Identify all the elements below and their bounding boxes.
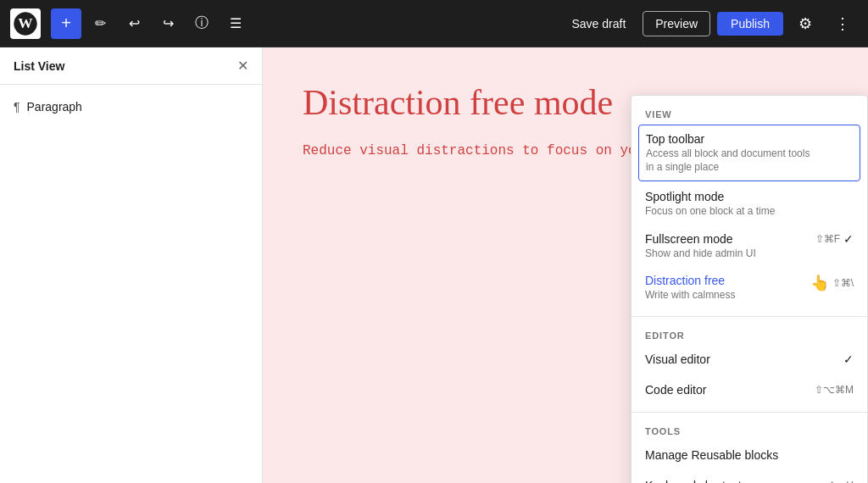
distraction-free-desc: Write with calmness (645, 289, 800, 303)
list-view-icon: ☰ (230, 15, 242, 31)
fullscreen-content: Fullscreen mode Show and hide admin UI (645, 232, 809, 261)
undo-button[interactable]: ↩ (119, 8, 149, 39)
add-block-button[interactable]: + (51, 8, 81, 39)
manage-reusable-title: Manage Reusable blocks (645, 448, 778, 462)
code-editor-shortcut: ⇧⌥⌘M (815, 384, 854, 396)
save-draft-button[interactable]: Save draft (561, 12, 636, 36)
sidebar-title: List View (14, 59, 64, 73)
fullscreen-mode-menu-item[interactable]: Fullscreen mode Show and hide admin UI ⇧… (632, 225, 867, 268)
fullscreen-desc: Show and hide admin UI (645, 247, 809, 261)
code-editor-title: Code editor (645, 383, 706, 397)
top-toolbar-content: Top toolbar Access all block and documen… (646, 132, 853, 174)
gear-icon: ⚙ (798, 14, 812, 33)
editor-section: EDITOR Visual editor ✓ Code editor ⇧⌥⌘M (632, 317, 867, 413)
keyboard-shortcuts-menu-item[interactable]: Keyboard shortcuts ^⌥H (632, 470, 867, 483)
visual-editor-check: ✓ (843, 353, 854, 366)
code-editor-menu-item[interactable]: Code editor ⇧⌥⌘M (632, 375, 867, 405)
sidebar-item-label: Paragraph (27, 100, 82, 114)
fullscreen-title: Fullscreen mode (645, 232, 809, 246)
spotlight-content: Spotlight mode Focus on one block at a t… (645, 190, 854, 219)
tools-section-label: TOOLS (632, 419, 867, 440)
keyboard-shortcuts-shortcut: ^⌥H (830, 480, 854, 483)
top-toolbar-menu-item[interactable]: Top toolbar Access all block and documen… (638, 125, 860, 181)
info-icon: ⓘ (195, 14, 209, 32)
view-section-label: VIEW (632, 103, 867, 123)
top-toolbar: W + ✏ ↩ ↪ ⓘ ☰ Save draft Preview Publish… (0, 0, 868, 47)
tools-section: TOOLS Manage Reusable blocks Keyboard sh… (632, 413, 867, 483)
wp-logo: W (10, 8, 41, 39)
settings-button[interactable]: ⚙ (790, 8, 821, 39)
editor-section-label: EDITOR (632, 324, 867, 344)
sidebar-close-button[interactable]: ✕ (237, 58, 248, 74)
list-view-button[interactable]: ☰ (220, 8, 251, 39)
top-toolbar-desc: Access all block and document tools in a… (646, 147, 853, 174)
main-layout: List View ✕ ¶ Paragraph Distraction free… (0, 47, 868, 483)
fullscreen-shortcut: ⇧⌘F (815, 233, 840, 245)
visual-editor-title: Visual editor (645, 353, 710, 366)
sidebar-content: ¶ Paragraph (0, 85, 262, 129)
spotlight-desc: Focus on one block at a time (645, 205, 854, 219)
view-section: VIEW Top toolbar Access all block and do… (632, 96, 867, 317)
sidebar: List View ✕ ¶ Paragraph (0, 47, 263, 483)
keyboard-shortcuts-title: Keyboard shortcuts (645, 479, 748, 483)
list-item[interactable]: ¶ Paragraph (7, 95, 255, 119)
redo-icon: ↪ (163, 15, 174, 31)
fullscreen-right: ⇧⌘F ✓ (815, 232, 854, 246)
manage-reusable-menu-item[interactable]: Manage Reusable blocks (632, 440, 867, 470)
spotlight-title: Spotlight mode (645, 190, 854, 203)
fullscreen-check: ✓ (843, 232, 854, 246)
more-options-button[interactable]: ⋮ (827, 8, 858, 39)
sidebar-header: List View ✕ (0, 47, 262, 85)
undo-icon: ↩ (129, 15, 140, 31)
dropdown-menu: VIEW Top toolbar Access all block and do… (631, 95, 868, 483)
ellipsis-icon: ⋮ (835, 14, 850, 33)
distraction-free-shortcut: ⇧⌘\ (832, 277, 854, 289)
info-button[interactable]: ⓘ (186, 8, 217, 39)
edit-button[interactable]: ✏ (85, 8, 115, 39)
plus-icon: + (61, 14, 71, 33)
distraction-free-right: 👆 ⇧⌘\ (807, 274, 854, 292)
distraction-free-menu-item[interactable]: Distraction free Write with calmness 👆 ⇧… (632, 267, 867, 309)
cursor-icon: 👆 (810, 274, 829, 292)
spotlight-mode-menu-item[interactable]: Spotlight mode Focus on one block at a t… (632, 183, 867, 225)
distraction-free-title: Distraction free (645, 274, 800, 287)
edit-icon: ✏ (95, 15, 106, 31)
svg-text:W: W (18, 15, 33, 31)
preview-button[interactable]: Preview (643, 11, 710, 36)
publish-button[interactable]: Publish (717, 12, 783, 36)
paragraph-icon: ¶ (14, 100, 20, 114)
top-toolbar-title: Top toolbar (646, 132, 853, 146)
distraction-free-content: Distraction free Write with calmness (645, 274, 800, 303)
visual-editor-menu-item[interactable]: Visual editor ✓ (632, 344, 867, 375)
top-bar-right: Save draft Preview Publish ⚙ ⋮ (561, 8, 858, 39)
redo-button[interactable]: ↪ (153, 8, 183, 39)
